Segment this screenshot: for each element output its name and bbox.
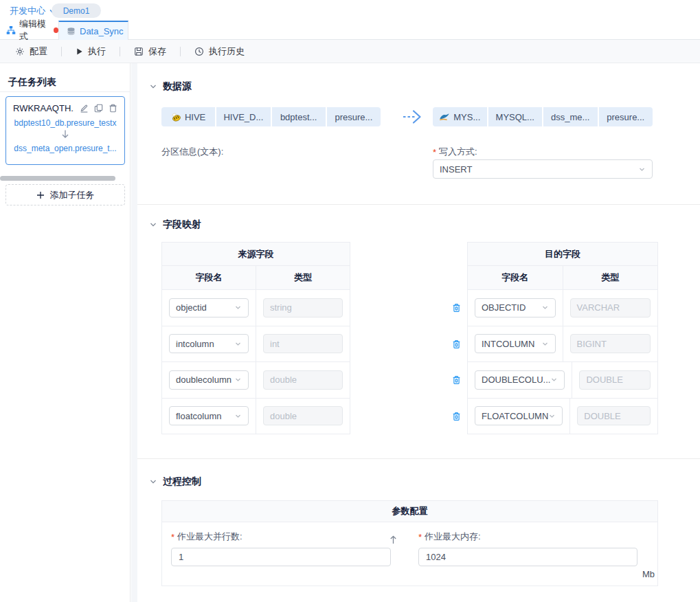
type-value: DOUBLE <box>586 375 622 385</box>
memory-unit-label: Mb <box>642 569 655 579</box>
max-memory-label: * 作业最大内存: <box>418 531 637 543</box>
chevron-down-icon <box>548 412 556 420</box>
target-tag-2: dss_me... <box>543 107 598 126</box>
table-row: intcolumn int <box>162 326 350 363</box>
field-value: objectid <box>176 302 207 313</box>
mysql-icon <box>439 112 450 122</box>
field-value: FLOATCOLUMN <box>482 411 548 421</box>
edit-mode-toggle[interactable]: 编辑模式 <box>0 21 58 39</box>
target-field-select[interactable]: DOUBLECOLU... <box>475 370 565 390</box>
clock-icon <box>194 47 204 56</box>
write-mode-label-text: 写入方式: <box>439 146 477 158</box>
write-mode-value: INSERT <box>440 164 472 175</box>
target-tag-3: presure... <box>599 107 653 126</box>
save-label: 保存 <box>148 45 166 58</box>
target-tag-label: MYSQL... <box>496 112 534 122</box>
target-field-select[interactable]: INTCOLUMN <box>475 334 556 353</box>
col-header-type: 类型 <box>563 266 658 289</box>
chevron-down-icon <box>234 340 242 348</box>
source-tag-label: presure... <box>335 112 372 122</box>
field-value: INTCOLUMN <box>482 339 534 349</box>
table-row: FLOATCOLUMN DOUBLE <box>468 399 657 434</box>
type-value: int <box>270 339 280 349</box>
target-field-select[interactable]: FLOATCOLUMN <box>475 406 563 425</box>
section-divider <box>137 458 700 459</box>
subtask-card[interactable]: RWKRAAQTH... bdpte <box>5 96 125 165</box>
max-memory-input[interactable] <box>418 548 637 566</box>
delete-row-icon[interactable] <box>446 399 466 435</box>
hive-icon <box>171 112 181 122</box>
section-field-mapping-header[interactable]: 字段映射 <box>149 219 201 231</box>
parameter-config-panel: 参数配置 * 作业最大并行数: * 作业最大内存: Mb <box>161 500 658 586</box>
max-parallel-input[interactable] <box>171 548 391 566</box>
target-tag-0: MYS... <box>433 107 487 126</box>
chevron-down-icon <box>234 304 242 311</box>
source-field-select[interactable]: intcolumn <box>169 334 249 353</box>
section-divider <box>137 204 700 205</box>
type-value: DOUBLE <box>584 411 620 421</box>
delete-row-icon[interactable] <box>446 362 466 399</box>
target-type-input: VARCHAR <box>570 298 651 317</box>
copy-icon[interactable] <box>94 104 103 113</box>
partition-info-label: 分区信息(文本): <box>161 146 223 158</box>
stepper-up-icon[interactable] <box>389 535 398 545</box>
col-header-field-name: 字段名 <box>162 266 256 289</box>
source-field-select[interactable]: objectid <box>169 298 249 317</box>
max-parallel-field-group: * 作业最大并行数: <box>171 531 391 566</box>
section-process-control-header[interactable]: 过程控制 <box>149 476 201 488</box>
table-row: doublecolumn double <box>162 362 350 399</box>
execution-history-button[interactable]: 执行历史 <box>194 45 245 58</box>
source-field-select[interactable]: doublecolumn <box>169 370 249 390</box>
save-button[interactable]: 保存 <box>134 45 166 58</box>
edit-mode-label: 编辑模式 <box>19 18 49 43</box>
source-table-title: 来源字段 <box>162 243 350 266</box>
type-value: double <box>270 375 297 385</box>
chevron-down-icon <box>638 166 646 173</box>
source-tag-label: bdptest... <box>280 112 317 122</box>
target-type-input: DOUBLE <box>579 370 651 390</box>
execute-button[interactable]: 执行 <box>76 45 106 58</box>
delete-row-icon[interactable] <box>446 326 466 363</box>
max-memory-label-text: 作业最大内存: <box>425 531 481 543</box>
subtask-sidebar: 子任务列表 RWKRAAQTH... <box>0 63 131 602</box>
toolbar-divider <box>120 47 120 56</box>
tab-label: Data_Sync <box>80 26 124 36</box>
add-subtask-button[interactable]: 添加子任务 <box>5 184 125 205</box>
toolbar: 配置 执行 保存 执行历史 <box>0 40 700 63</box>
project-tab[interactable]: Demo1 <box>52 3 101 18</box>
horizontal-scrollbar[interactable] <box>0 176 115 181</box>
source-tag-0: HIVE <box>161 107 215 126</box>
target-tag-label: presure... <box>607 112 644 122</box>
chevron-down-icon <box>149 221 157 229</box>
type-value: double <box>270 411 297 421</box>
toolbar-divider <box>61 47 62 56</box>
max-parallel-label: * 作业最大并行数: <box>171 531 391 543</box>
col-header-type: 类型 <box>256 266 350 289</box>
toolbar-divider <box>180 47 181 56</box>
delete-row-icon[interactable] <box>446 290 466 326</box>
required-asterisk: * <box>418 532 422 542</box>
source-field-select[interactable]: floatcolumn <box>169 406 249 425</box>
section-datasource-header[interactable]: 数据源 <box>149 80 192 93</box>
workspace-switcher[interactable]: 开发中心 <box>10 5 56 17</box>
target-field-select[interactable]: OBJECTID <box>475 298 556 317</box>
row-delete-column <box>446 290 466 434</box>
configure-button[interactable]: 配置 <box>15 45 47 58</box>
target-datasource-tags: MYS... MYSQL... dss_me... presure... <box>433 107 653 126</box>
edit-icon[interactable] <box>80 104 89 113</box>
partition-label-text: 分区信息(文本): <box>161 146 223 158</box>
write-mode-select[interactable]: INSERT <box>433 159 653 179</box>
tab-data-sync[interactable]: Data_Sync <box>58 21 128 40</box>
source-type-input: double <box>263 406 343 425</box>
target-table-header: 字段名 类型 <box>468 266 657 290</box>
field-value: OBJECTID <box>482 302 526 313</box>
delete-icon[interactable] <box>109 104 117 113</box>
execution-history-label: 执行历史 <box>209 45 245 58</box>
target-type-input: BIGINT <box>570 334 651 353</box>
max-memory-field-group: * 作业最大内存: Mb <box>418 531 637 566</box>
chevron-down-icon <box>541 304 549 311</box>
save-icon <box>134 47 144 56</box>
dashed-arrow-right-icon <box>400 107 425 126</box>
table-row: INTCOLUMN BIGINT <box>468 326 657 363</box>
table-row: OBJECTID VARCHAR <box>468 290 657 326</box>
